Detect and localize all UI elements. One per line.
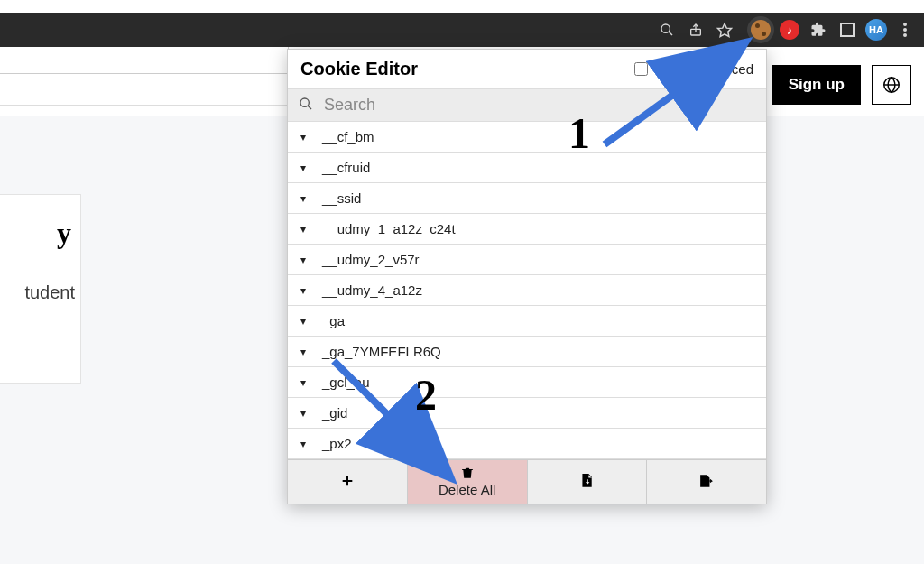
chevron-down-icon: ▾ <box>300 254 311 266</box>
cookie-name: _ga_7YMFEFLR6Q <box>322 344 441 359</box>
search-icon <box>299 97 313 115</box>
cookie-name: __udmy_2_v57r <box>322 252 420 267</box>
cookie-row[interactable]: ▾__udmy_1_a12z_c24t <box>288 214 766 245</box>
svg-point-6 <box>903 33 907 37</box>
show-advanced-label: Show Advanced <box>656 61 753 77</box>
popup-title: Cookie Editor <box>300 59 418 79</box>
page-hero-card: y tudent <box>0 194 81 384</box>
show-advanced-toggle[interactable]: Show Advanced <box>631 60 753 79</box>
auth-actions: Sign up <box>772 65 911 105</box>
svg-point-8 <box>300 98 309 106</box>
cookie-row[interactable]: ▾__udmy_4_a12z <box>288 275 766 306</box>
cookie-row[interactable]: ▾_px2 <box>288 429 766 459</box>
globe-icon <box>882 75 901 95</box>
cookie-name: _ga <box>322 313 345 328</box>
trash-icon <box>461 467 474 482</box>
cookie-row[interactable]: ▾__cf_bm <box>288 122 766 153</box>
plus-icon <box>340 474 355 491</box>
chevron-down-icon: ▾ <box>300 192 311 205</box>
music-extension-icon[interactable]: ♪ <box>776 16 803 43</box>
cookie-name: __cf_bm <box>322 129 374 144</box>
cookie-name: __cfruid <box>322 160 370 175</box>
cookie-name: _gcl_au <box>322 374 370 390</box>
popup-footer: Delete All <box>288 459 766 504</box>
chevron-down-icon: ▾ <box>300 284 311 297</box>
popup-header: Cookie Editor Show Advanced <box>288 50 766 88</box>
file-export-icon <box>699 474 714 491</box>
cookie-name: __ssid <box>322 190 361 206</box>
chevron-down-icon: ▾ <box>300 223 311 236</box>
show-advanced-checkbox[interactable] <box>634 62 648 76</box>
svg-marker-3 <box>718 23 732 36</box>
annotation-number-2: 2 <box>415 370 437 420</box>
chevron-down-icon: ▾ <box>300 407 311 420</box>
chevron-down-icon: ▾ <box>300 346 311 358</box>
svg-point-5 <box>903 28 907 32</box>
cookie-row[interactable]: ▾__ssid <box>288 183 766 214</box>
import-cookies-button[interactable] <box>528 460 648 504</box>
export-cookies-button[interactable] <box>647 460 766 504</box>
chevron-down-icon: ▾ <box>300 131 311 143</box>
extensions-puzzle-icon[interactable] <box>805 16 832 43</box>
browser-toolbar: ♪ HA <box>0 13 924 47</box>
svg-point-4 <box>903 23 907 26</box>
cookie-search-input[interactable] <box>322 95 755 116</box>
cookie-name: _gid <box>322 405 347 421</box>
search-icon[interactable] <box>653 16 680 43</box>
share-icon[interactable] <box>682 16 709 43</box>
cookie-name: _px2 <box>322 436 352 451</box>
chevron-down-icon: ▾ <box>300 438 311 450</box>
svg-line-9 <box>308 106 311 109</box>
cookie-row[interactable]: ▾_ga_7YMFEFLR6Q <box>288 337 766 367</box>
cookie-editor-extension-icon[interactable] <box>747 16 774 43</box>
panel-icon[interactable] <box>834 16 861 43</box>
delete-all-button[interactable]: Delete All <box>408 460 528 504</box>
chevron-down-icon: ▾ <box>300 376 311 389</box>
cookie-row[interactable]: ▾_gcl_au <box>288 367 766 398</box>
cookie-row[interactable]: ▾__udmy_2_v57r <box>288 245 766 275</box>
svg-point-0 <box>661 24 670 32</box>
delete-all-label: Delete All <box>439 482 495 497</box>
svg-line-1 <box>669 32 672 35</box>
kebab-menu-icon[interactable] <box>892 16 919 43</box>
avatar-initials: HA <box>865 19 887 41</box>
file-import-icon <box>580 474 593 491</box>
hero-heading-fragment: y <box>0 217 80 250</box>
cookie-name: __udmy_4_a12z <box>322 282 422 298</box>
hero-subtext-fragment: tudent <box>0 282 80 303</box>
bookmark-star-icon[interactable] <box>711 16 738 43</box>
profile-avatar[interactable]: HA <box>863 16 890 43</box>
cookie-search-bar <box>288 88 766 122</box>
cookie-list: ▾__cf_bm ▾__cfruid ▾__ssid ▾__udmy_1_a12… <box>288 122 766 459</box>
url-bar-divider <box>0 105 289 106</box>
signup-button[interactable]: Sign up <box>772 65 861 105</box>
cookie-row[interactable]: ▾_gid <box>288 398 766 429</box>
cookie-editor-popup: Cookie Editor Show Advanced ▾__cf_bm ▾__… <box>287 49 767 504</box>
chevron-down-icon: ▾ <box>300 315 311 328</box>
cookie-name: __udmy_1_a12z_c24t <box>322 221 456 236</box>
url-bar-fragment[interactable] <box>0 47 289 74</box>
cookie-row[interactable]: ▾_ga <box>288 306 766 337</box>
chevron-down-icon: ▾ <box>300 162 311 174</box>
add-cookie-button[interactable] <box>288 460 408 504</box>
language-globe-button[interactable] <box>872 65 911 105</box>
annotation-number-1: 1 <box>568 108 590 158</box>
cookie-row[interactable]: ▾__cfruid <box>288 153 766 183</box>
